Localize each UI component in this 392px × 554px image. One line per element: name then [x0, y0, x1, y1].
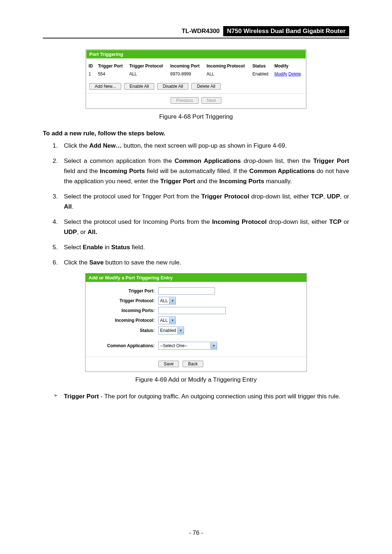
status-select[interactable]: Enabled ▼: [158, 327, 184, 335]
text-bold: TCP: [311, 193, 323, 200]
text-bold: Trigger Port: [160, 178, 195, 185]
text-bold: Trigger Port: [313, 157, 349, 164]
delete-all-button[interactable]: Delete All: [191, 83, 221, 90]
port-triggering-panel: Port Triggering ID Trigger Port Trigger …: [86, 49, 306, 109]
select-value: --Select One--: [159, 343, 189, 348]
col-id: ID: [86, 62, 96, 70]
bullet-trigger-port: Trigger Port - The port for outgoing tra…: [54, 391, 349, 402]
text-bold: Incoming Ports: [219, 178, 264, 185]
step-1: Click the Add New… button, the next scre…: [60, 141, 349, 151]
cell-trigger-port: 554: [96, 70, 127, 78]
text-bold: Common Applications: [249, 168, 315, 175]
previous-button[interactable]: Previous: [171, 97, 199, 104]
text-bold: Common Applications: [175, 157, 241, 164]
trigger-protocol-select[interactable]: ALL ▼: [158, 297, 176, 305]
label-status: Status:: [86, 328, 158, 333]
trigger-port-input[interactable]: [158, 287, 215, 295]
label-common-applications: Common Applications:: [86, 343, 158, 348]
text-bold: UDP: [327, 193, 340, 200]
steps-list: Click the Add New… button, the next scre…: [43, 141, 349, 268]
col-modify: Modify: [272, 62, 306, 70]
add-new-button[interactable]: Add New...: [89, 83, 121, 90]
form-row-trigger-protocol: Trigger Protocol: ALL ▼: [86, 296, 306, 306]
incoming-protocol-select[interactable]: ALL ▼: [158, 316, 176, 324]
text: button, the next screen will pop-up as s…: [122, 142, 287, 149]
back-button[interactable]: Back: [183, 361, 203, 367]
cell-modify: Modify Delete: [272, 70, 306, 78]
text: Select the protocol used for Trigger Por…: [64, 193, 201, 200]
form-row-common-apps: Common Applications: --Select One-- ▼: [86, 341, 306, 351]
page: TL-WDR4300 N750 Wireless Dual Band Gigab…: [0, 0, 392, 554]
label-incoming-ports: Incoming Ports:: [86, 308, 158, 313]
table-header-row: ID Trigger Port Trigger Protocol Incomin…: [86, 62, 306, 70]
text-bold: TCP: [329, 218, 342, 225]
text: , or: [340, 193, 349, 200]
step-6: Click the Save button to save the new ru…: [60, 258, 349, 268]
form-row-incoming-ports: Incoming Ports:: [86, 306, 306, 315]
panel-title: Port Triggering: [86, 50, 306, 58]
cell-trigger-protocol: ALL: [127, 70, 168, 78]
chevron-down-icon: ▼: [169, 317, 175, 324]
text: Select a common application from the: [64, 157, 175, 164]
text-bold: Trigger Protocol: [201, 193, 249, 200]
label-incoming-protocol: Incoming Protocol:: [86, 318, 158, 323]
text: and the: [195, 178, 219, 185]
text: Select: [64, 244, 83, 251]
text: .: [72, 203, 74, 210]
product-label: N750 Wireless Dual Band Gigabit Router: [223, 26, 349, 36]
text: drop-down list, then the: [241, 157, 313, 164]
select-value: ALL: [159, 318, 169, 323]
col-trigger-protocol: Trigger Protocol: [127, 62, 168, 70]
col-status: Status: [250, 62, 272, 70]
text-bold: Incoming Protocol: [212, 218, 266, 225]
model-label: TL-WDR4300: [181, 28, 220, 35]
label-trigger-protocol: Trigger Protocol:: [86, 298, 158, 303]
select-value: Enabled: [159, 328, 177, 333]
form-actions: Save Back: [86, 357, 306, 372]
chevron-down-icon: ▼: [177, 327, 184, 334]
col-incoming-port: Incoming Port: [168, 62, 204, 70]
text: manually.: [264, 178, 292, 185]
intro-heading: To add a new rule, follow the steps belo…: [43, 128, 349, 139]
chevron-down-icon: ▼: [211, 342, 217, 349]
enable-all-button[interactable]: Enable All: [124, 83, 154, 90]
col-trigger-port: Trigger Port: [96, 62, 127, 70]
port-triggering-table: ID Trigger Port Trigger Protocol Incomin…: [86, 62, 306, 78]
common-applications-select[interactable]: --Select One-- ▼: [158, 342, 217, 350]
text: - The port for outgoing traffic. An outg…: [99, 393, 340, 400]
text: in: [103, 244, 111, 251]
text-bold: UDP: [64, 229, 77, 235]
step-4: Select the protocol used for Incoming Po…: [60, 217, 349, 237]
text: field.: [130, 244, 145, 251]
delete-link[interactable]: Delete: [289, 71, 301, 77]
pagination-row: Previous Next: [86, 93, 306, 108]
disable-all-button[interactable]: Disable All: [157, 83, 188, 90]
text-bold: Incoming Ports: [100, 168, 145, 175]
cell-incoming-protocol: ALL: [204, 70, 250, 78]
panel-title: Add or Modify a Port Triggering Entry: [86, 274, 306, 282]
text-bold: Trigger Port: [64, 393, 99, 400]
incoming-ports-input[interactable]: [158, 307, 226, 314]
text: field will be automatically filled. If t…: [145, 168, 249, 175]
text: button to save the new rule.: [104, 259, 181, 266]
text-bold: Status: [111, 244, 130, 251]
figure-caption-1: Figure 4-68 Port Triggering: [43, 113, 349, 120]
text-bold: Save: [89, 259, 104, 266]
text-bold: Add New…: [89, 142, 122, 149]
step-3: Select the protocol used for Trigger Por…: [60, 192, 349, 212]
text: Click the: [64, 259, 89, 266]
next-button[interactable]: Next: [201, 97, 221, 104]
button-row: Add New... Enable All Disable All Delete…: [86, 78, 306, 93]
save-button[interactable]: Save: [158, 361, 179, 367]
modify-link[interactable]: Modify: [274, 71, 287, 77]
add-modify-panel: Add or Modify a Port Triggering Entry Tr…: [85, 273, 307, 372]
form-row-incoming-protocol: Incoming Protocol: ALL ▼: [86, 315, 306, 325]
text: drop-down list, either: [267, 218, 329, 225]
cell-incoming-port: 8970-8999: [168, 70, 204, 78]
cell-status: Enabled: [250, 70, 272, 78]
table-row: 1 554 ALL 8970-8999 ALL Enabled Modify D…: [86, 70, 306, 78]
label-trigger-port: Trigger Port:: [86, 288, 158, 294]
text-bold: All.: [87, 229, 97, 235]
text: ,: [323, 193, 327, 200]
text: field and the: [64, 168, 100, 175]
